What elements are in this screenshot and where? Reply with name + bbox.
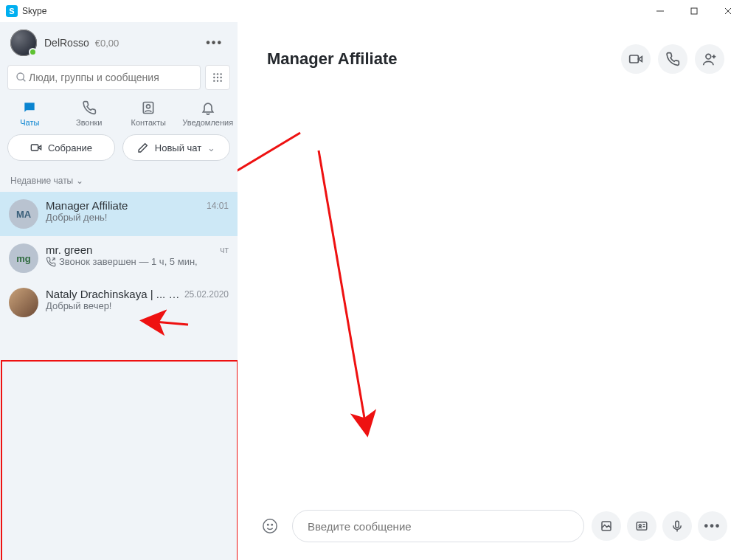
svg-point-22 bbox=[263, 519, 277, 533]
phone-icon bbox=[82, 100, 97, 115]
svg-point-27 bbox=[639, 525, 641, 527]
add-participant-button[interactable] bbox=[695, 44, 724, 74]
svg-point-12 bbox=[213, 80, 215, 81]
new-chat-label: Новый чат bbox=[155, 142, 201, 153]
tab-notifications[interactable]: Уведомления bbox=[181, 100, 235, 127]
video-icon bbox=[30, 142, 42, 153]
message-input-box[interactable] bbox=[292, 510, 584, 542]
chat-icon bbox=[22, 100, 37, 115]
video-icon bbox=[628, 52, 643, 66]
bell-icon bbox=[201, 100, 215, 115]
svg-rect-1 bbox=[691, 8, 697, 14]
svg-point-14 bbox=[220, 80, 221, 81]
call-outgoing-icon bbox=[46, 257, 56, 267]
svg-point-13 bbox=[217, 80, 218, 81]
record-audio-button[interactable] bbox=[662, 511, 692, 541]
more-options-button[interactable]: ••• bbox=[698, 511, 727, 541]
conversation-panel: Manager Affiliate bbox=[238, 22, 745, 560]
conversation-header: Manager Affiliate bbox=[238, 22, 745, 89]
minimize-button[interactable] bbox=[643, 0, 677, 22]
profile-header: DelRosso €0,00 ••• bbox=[0, 22, 238, 61]
maximize-button[interactable] bbox=[677, 0, 711, 22]
chat-avatar: mg bbox=[9, 243, 38, 273]
svg-rect-30 bbox=[676, 521, 679, 528]
svg-point-8 bbox=[220, 73, 221, 75]
chat-time: 14:01 bbox=[207, 201, 229, 211]
conversation-body bbox=[238, 89, 745, 510]
microphone-icon bbox=[670, 519, 684, 533]
svg-rect-18 bbox=[630, 55, 639, 63]
nav-tabs: Чаты Звонки Контакты Уведомления bbox=[0, 97, 238, 134]
svg-point-9 bbox=[213, 77, 215, 78]
contacts-icon bbox=[141, 100, 156, 115]
profile-more-button[interactable]: ••• bbox=[201, 32, 227, 54]
smile-icon bbox=[262, 518, 278, 534]
profile-balance[interactable]: €0,00 bbox=[95, 38, 119, 49]
attachment-icon bbox=[600, 519, 613, 533]
chat-name: Manager Affiliate bbox=[46, 199, 128, 212]
conversation-title: Manager Affiliate bbox=[267, 49, 621, 69]
svg-line-5 bbox=[23, 79, 25, 81]
phone-icon bbox=[665, 52, 680, 66]
chevron-down-icon: ⌄ bbox=[76, 176, 83, 186]
window-title: Skype bbox=[22, 6, 643, 16]
chat-time: 25.02.2020 bbox=[184, 289, 229, 300]
profile-avatar[interactable] bbox=[10, 30, 37, 56]
emoji-icon: 🐥🐥 bbox=[168, 289, 179, 300]
chat-name: Nataly Drachinskaya | ... 🐥🐥 bbox=[46, 288, 180, 300]
dialpad-icon bbox=[212, 72, 224, 83]
tab-notifications-label: Уведомления bbox=[182, 118, 233, 127]
svg-point-11 bbox=[220, 77, 221, 78]
svg-point-16 bbox=[147, 105, 150, 108]
status-online-icon bbox=[29, 48, 37, 56]
video-call-button[interactable] bbox=[621, 44, 651, 74]
search-box[interactable] bbox=[7, 65, 201, 90]
search-input[interactable] bbox=[27, 71, 193, 84]
meeting-button[interactable]: Собрание bbox=[7, 134, 115, 161]
contact-card-icon bbox=[635, 519, 648, 533]
chat-time: чт bbox=[220, 245, 229, 255]
dialpad-button[interactable] bbox=[205, 65, 230, 90]
emoji-picker-button[interactable] bbox=[255, 511, 285, 541]
svg-point-7 bbox=[217, 73, 218, 75]
chat-preview: Добрый день! bbox=[46, 212, 229, 223]
chevron-down-icon: ⌄ bbox=[207, 142, 215, 153]
tab-chats[interactable]: Чаты bbox=[3, 100, 56, 127]
recent-chats-label: Недавние чаты bbox=[10, 176, 73, 186]
chat-preview: Добрый вечер! bbox=[46, 300, 229, 311]
recent-chats-header[interactable]: Недавние чаты ⌄ bbox=[0, 170, 238, 192]
chat-item-nataly[interactable]: Nataly Drachinskaya | ... 🐥🐥 25.02.2020 … bbox=[0, 280, 238, 325]
meeting-label: Собрание bbox=[48, 142, 92, 153]
profile-name[interactable]: DelRosso bbox=[44, 37, 89, 49]
titlebar: S Skype bbox=[0, 0, 745, 22]
message-input[interactable] bbox=[306, 519, 570, 533]
compose-icon bbox=[137, 142, 149, 153]
annotation-red-box bbox=[1, 360, 238, 560]
chat-name: mr. green bbox=[46, 243, 92, 256]
svg-point-6 bbox=[213, 73, 215, 75]
more-icon: ••• bbox=[704, 519, 721, 533]
tab-contacts[interactable]: Контакты bbox=[122, 100, 175, 127]
svg-point-23 bbox=[268, 524, 268, 525]
tab-chats-label: Чаты bbox=[20, 118, 39, 127]
chat-avatar: MA bbox=[9, 199, 38, 229]
svg-rect-17 bbox=[31, 145, 38, 151]
send-contact-button[interactable] bbox=[627, 511, 656, 541]
svg-point-24 bbox=[271, 524, 272, 525]
svg-point-4 bbox=[17, 73, 24, 80]
chat-preview: Звонок завершен — 1 ч, 5 мин, bbox=[46, 256, 229, 267]
search-icon bbox=[15, 72, 27, 83]
tab-calls[interactable]: Звонки bbox=[63, 100, 116, 127]
add-person-icon bbox=[702, 52, 717, 66]
svg-point-10 bbox=[217, 77, 218, 78]
audio-call-button[interactable] bbox=[658, 44, 687, 74]
new-chat-button[interactable]: Новый чат ⌄ bbox=[122, 134, 230, 161]
close-button[interactable] bbox=[711, 0, 745, 22]
attach-file-button[interactable] bbox=[592, 511, 621, 541]
skype-logo-icon: S bbox=[6, 5, 18, 17]
window-controls bbox=[643, 0, 745, 22]
chat-avatar bbox=[9, 288, 38, 317]
chat-item-mr-green[interactable]: mg mr. green чт Звонок завершен — 1 ч, 5… bbox=[0, 236, 238, 280]
chat-item-manager-affiliate[interactable]: MA Manager Affiliate 14:01 Добрый день! bbox=[0, 192, 238, 236]
chat-preview-text: Звонок завершен — 1 ч, 5 мин, bbox=[59, 256, 198, 267]
